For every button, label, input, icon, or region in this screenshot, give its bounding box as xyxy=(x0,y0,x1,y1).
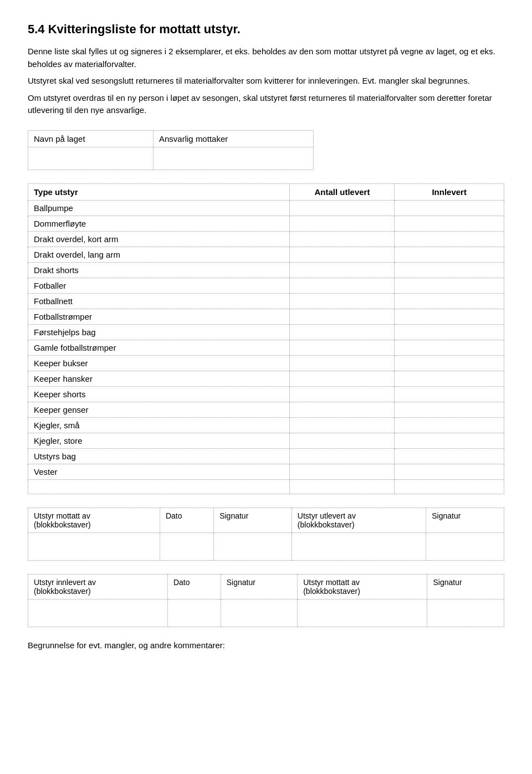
ansvarlig-mottaker-header: Ansvarlig mottaker xyxy=(154,130,314,147)
item-name: Kjegler, små xyxy=(28,417,290,433)
table-row: Drakt overdel, kort arm xyxy=(28,231,504,247)
item-antall xyxy=(290,262,395,278)
item-innlevert xyxy=(395,309,504,324)
item-innlevert xyxy=(395,402,504,417)
item-innlevert xyxy=(395,278,504,293)
item-antall xyxy=(290,200,395,216)
mottatt-av-value xyxy=(28,532,160,560)
item-name: Keeper shorts xyxy=(28,386,290,402)
item-innlevert xyxy=(395,231,504,247)
item-innlevert xyxy=(395,464,504,479)
item-antall xyxy=(290,231,395,247)
item-antall xyxy=(290,417,395,433)
name-table: Navn på laget Ansvarlig mottaker xyxy=(28,130,314,170)
table-row: Drakt shorts xyxy=(28,262,504,278)
item-innlevert xyxy=(395,262,504,278)
item-innlevert xyxy=(395,386,504,402)
table-row: Keeper genser xyxy=(28,402,504,417)
intro-paragraph-3: Om utstyret overdras til en ny person i … xyxy=(28,92,504,117)
equipment-table: Type utstyr Antall utlevert Innlevert Ba… xyxy=(28,183,504,494)
type-utstyr-header: Type utstyr xyxy=(28,183,290,200)
navn-pa-laget-cell xyxy=(28,147,154,170)
table-row: Dommerfløyte xyxy=(28,216,504,231)
item-innlevert xyxy=(395,433,504,448)
footer-text: Begrunnelse for evt. mangler, og andre k… xyxy=(28,640,504,650)
mottatt-av-label: Utstyr mottatt av(blokkbokstaver) xyxy=(28,508,160,532)
table-row: Vester xyxy=(28,464,504,479)
item-innlevert xyxy=(395,340,504,355)
item-name: Utstyrs bag xyxy=(28,448,290,464)
signatur-value-3 xyxy=(221,599,298,627)
item-innlevert xyxy=(395,355,504,371)
item-antall xyxy=(290,448,395,464)
item-antall xyxy=(290,309,395,324)
item-innlevert xyxy=(395,200,504,216)
signatur-label-4: Signatur xyxy=(427,574,504,599)
signatur-label-3: Signatur xyxy=(221,574,298,599)
ansvarlig-mottaker-cell xyxy=(154,147,314,170)
utlevert-av-label: Utstyr utlevert av(blokkbokstaver) xyxy=(291,508,426,532)
dato-label-2: Dato xyxy=(167,574,221,599)
mottatt-av-value-2 xyxy=(298,599,427,627)
item-antall xyxy=(290,386,395,402)
innlevert-av-value xyxy=(28,599,168,627)
item-name: Drakt shorts xyxy=(28,262,290,278)
signatur-value-1 xyxy=(214,532,292,560)
item-name: Drakt overdel, kort arm xyxy=(28,231,290,247)
dato-value-1 xyxy=(160,532,213,560)
item-name: Ballpumpe xyxy=(28,200,290,216)
item-name: Keeper hansker xyxy=(28,371,290,386)
dato-value-2 xyxy=(167,599,221,627)
innlevert-av-label: Utstyr innlevert av(blokkbokstaver) xyxy=(28,574,168,599)
table-row: Fotballnett xyxy=(28,293,504,309)
item-antall xyxy=(290,433,395,448)
item-antall xyxy=(290,247,395,262)
item-innlevert xyxy=(395,247,504,262)
item-innlevert xyxy=(395,293,504,309)
table-row: Førstehjelps bag xyxy=(28,324,504,340)
item-name: Drakt overdel, lang arm xyxy=(28,247,290,262)
table-row: Kjegler, små xyxy=(28,417,504,433)
item-name: Keeper genser xyxy=(28,402,290,417)
table-row: Fotballer xyxy=(28,278,504,293)
item-antall xyxy=(290,340,395,355)
table-row: Keeper shorts xyxy=(28,386,504,402)
item-antall xyxy=(290,293,395,309)
item-antall xyxy=(290,464,395,479)
item-innlevert xyxy=(395,216,504,231)
innlevert-header: Innlevert xyxy=(395,183,504,200)
signatur-value-2 xyxy=(426,532,504,560)
table-row: Keeper hansker xyxy=(28,371,504,386)
intro-paragraph-1: Denne liste skal fylles ut og signeres i… xyxy=(28,45,504,70)
item-name: Førstehjelps bag xyxy=(28,324,290,340)
sign-table-2: Utstyr innlevert av(blokkbokstaver) Dato… xyxy=(28,574,504,627)
antall-utlevert-header: Antall utlevert xyxy=(290,183,395,200)
table-row: Utstyrs bag xyxy=(28,448,504,464)
signatur-label-1: Signatur xyxy=(214,508,292,532)
item-antall xyxy=(290,216,395,231)
intro-paragraph-2: Utstyret skal ved sesongslutt returneres… xyxy=(28,75,504,88)
table-row-extra xyxy=(28,479,504,494)
item-name: Fotballnett xyxy=(28,293,290,309)
item-name: Fotballstrømper xyxy=(28,309,290,324)
item-innlevert xyxy=(395,448,504,464)
item-antall xyxy=(290,371,395,386)
table-row: Gamle fotballstrømper xyxy=(28,340,504,355)
sign-table-1: Utstyr mottatt av(blokkbokstaver) Dato S… xyxy=(28,508,504,561)
item-innlevert xyxy=(395,371,504,386)
utlevert-av-value xyxy=(291,532,426,560)
page-title: 5.4 Kvitteringsliste for mottatt utstyr. xyxy=(28,22,504,37)
table-row: Keeper bukser xyxy=(28,355,504,371)
table-row: Fotballstrømper xyxy=(28,309,504,324)
table-row: Drakt overdel, lang arm xyxy=(28,247,504,262)
item-name: Vester xyxy=(28,464,290,479)
item-antall xyxy=(290,402,395,417)
signatur-label-2: Signatur xyxy=(426,508,504,532)
item-name: Keeper bukser xyxy=(28,355,290,371)
item-innlevert xyxy=(395,417,504,433)
dato-label-1: Dato xyxy=(160,508,213,532)
table-row: Kjegler, store xyxy=(28,433,504,448)
item-antall xyxy=(290,324,395,340)
item-name: Dommerfløyte xyxy=(28,216,290,231)
item-name: Fotballer xyxy=(28,278,290,293)
